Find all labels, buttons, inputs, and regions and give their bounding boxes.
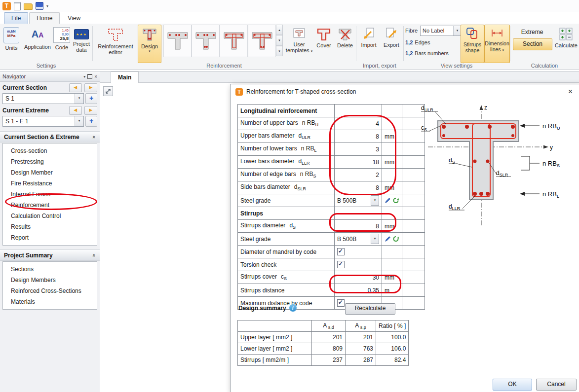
tab-home[interactable]: Home <box>29 12 60 24</box>
gallery-expand-icon[interactable]: ▾ <box>276 46 283 56</box>
torsion-checkbox[interactable] <box>337 261 345 268</box>
section-button[interactable]: Section <box>513 38 552 50</box>
sidebar-item-calculation-control[interactable]: Calculation Control <box>3 211 97 221</box>
cancel-button[interactable]: Cancel <box>536 379 577 391</box>
qat-dropdown-icon[interactable]: ▾ <box>46 4 48 8</box>
next-section-button[interactable]: ▶ <box>84 83 97 92</box>
lower-bars-field[interactable]: 3 <box>335 143 382 156</box>
tab-view[interactable]: View <box>61 13 87 24</box>
template-gallery-item-4[interactable] <box>248 25 276 57</box>
zoom-fit-button[interactable] <box>103 86 113 96</box>
gallery-scroll-down-icon[interactable]: ▾ <box>276 35 283 45</box>
user-templates-button[interactable]: Usertemplates ▾ <box>285 25 313 63</box>
steel-grade-select[interactable]: B 500B ▾ <box>337 194 379 207</box>
reinforcement-editor-button[interactable]: Reinforcementeditor <box>94 25 137 63</box>
application-button[interactable]: AA Application <box>22 25 53 63</box>
edit-steel-icon[interactable] <box>385 236 391 242</box>
units-button[interactable]: m,kN MPa Units <box>1 25 22 63</box>
stirrups-cover-field[interactable]: 30 <box>335 271 382 284</box>
project-data-button[interactable]: ★★★ Projectdata <box>70 25 93 63</box>
template-gallery-item-2[interactable] <box>192 25 220 57</box>
side-diameter-field[interactable]: 8 <box>335 181 382 194</box>
delete-button[interactable]: Delete <box>334 25 356 63</box>
sidebar-item-design-members[interactable]: Design Members <box>3 275 97 285</box>
sidebar-item-materials[interactable]: Materials <box>3 296 97 307</box>
refresh-steel-icon[interactable] <box>392 236 399 242</box>
stirrups-distance-field[interactable]: 0.35 <box>335 284 382 297</box>
ribbon-group-settings: m,kN MPa Units AA Application 1,45 0,90 … <box>0 24 92 69</box>
sidebar-item-reinforced-cross-sections[interactable]: Reinforced Cross-Sections <box>3 285 97 296</box>
new-document-icon[interactable] <box>14 2 21 10</box>
next-extreme-button[interactable]: ▶ <box>84 106 97 115</box>
template-gallery-item-1[interactable] <box>163 25 192 57</box>
dimension-lines-button[interactable]: Dimensionlines ▾ <box>484 25 510 63</box>
stirrups-diameter-field[interactable]: 8 <box>335 220 382 233</box>
sidebar-item-internal-forces[interactable]: Internal Forces <box>3 189 97 200</box>
current-section-select[interactable]: S 1 ▾ <box>2 93 84 104</box>
export-button[interactable]: Export <box>381 25 402 63</box>
info-icon[interactable]: i <box>289 304 297 312</box>
chevron-down-icon[interactable]: ▾ <box>75 94 83 104</box>
current-extreme-label: Current Extreme <box>2 107 49 114</box>
section-extreme-header[interactable]: Current Section & Extreme« <box>0 131 100 143</box>
previous-section-button[interactable]: ◀ <box>69 83 82 92</box>
tab-main[interactable]: Main <box>111 71 139 83</box>
sidebar-item-design-member[interactable]: Design Member <box>3 167 97 178</box>
tab-file[interactable]: File <box>4 12 28 24</box>
ok-button[interactable]: OK <box>493 379 532 391</box>
lower-diameter-field[interactable]: 18 <box>335 156 382 169</box>
template-gallery-item-3[interactable] <box>220 25 248 57</box>
panel-pin-icon[interactable] <box>87 74 92 79</box>
edge-bars-field[interactable]: 2 <box>335 169 382 181</box>
d-slr-label: dSLR <box>496 170 508 178</box>
c-s-label: cS <box>421 124 427 132</box>
chevron-down-icon[interactable]: ▾ <box>371 234 379 244</box>
sidebar-item-prestressing[interactable]: Prestressing <box>3 156 97 167</box>
save-icon[interactable] <box>36 2 43 10</box>
stirrups-shape-button[interactable]: Stirrupsshape <box>461 25 484 63</box>
import-button[interactable]: Import <box>358 25 380 63</box>
collapse-icon[interactable]: « <box>91 253 97 256</box>
recalculate-button[interactable]: Recalculate <box>345 303 395 315</box>
app-logo-icon[interactable]: T <box>2 2 11 10</box>
upper-bars-field[interactable]: 4 <box>335 117 382 130</box>
gallery-scroll-up-icon[interactable]: ▴ <box>276 25 283 35</box>
edit-steel-icon[interactable] <box>385 197 391 204</box>
calculate-button[interactable]: Calculate <box>554 25 578 63</box>
chevron-down-icon[interactable]: ▾ <box>75 116 83 126</box>
bars-12-icon: 1,2 <box>405 50 413 56</box>
project-summary-header[interactable]: Project Summary« <box>0 249 100 261</box>
sidebar-item-results[interactable]: Results <box>3 221 97 232</box>
mandrel-checkbox[interactable] <box>337 248 345 255</box>
panel-dropdown-icon[interactable]: ▾ <box>83 74 85 79</box>
sidebar-item-sections[interactable]: Sections <box>3 264 97 275</box>
sidebar-item-reinforcement[interactable]: Reinforcement <box>3 200 97 211</box>
edges-toggle[interactable]: 1,2 Edges <box>405 37 430 47</box>
add-extreme-button[interactable]: + <box>85 116 97 127</box>
sidebar-item-fire-resistance[interactable]: Fire Resistance <box>3 178 97 189</box>
sidebar-item-report[interactable]: Report <box>3 232 97 243</box>
dialog-titlebar[interactable]: T Reinforcement for T-shaped cross-secti… <box>231 84 579 99</box>
dialog-close-button[interactable]: × <box>566 87 575 96</box>
open-folder-icon[interactable] <box>24 3 33 10</box>
cover-button[interactable]: Cover <box>313 25 334 63</box>
bars-numbers-toggle[interactable]: 1,2 Bars numbers <box>405 48 449 58</box>
previous-extreme-button[interactable]: ◀ <box>69 106 82 115</box>
refresh-steel-icon[interactable] <box>392 197 399 204</box>
sidebar-item-cross-section[interactable]: Cross-section <box>3 145 97 156</box>
design-button[interactable]: Design ▾ <box>138 25 161 63</box>
chevron-down-icon[interactable]: ▾ <box>371 195 379 206</box>
document-tab-strip: Main <box>100 71 579 83</box>
stirrups-steel-grade-select[interactable]: B 500B ▾ <box>337 233 379 245</box>
chevron-down-icon[interactable]: ▾ <box>453 26 461 36</box>
upper-diameter-field[interactable]: 8 <box>335 130 382 143</box>
panel-close-icon[interactable]: × <box>94 74 97 79</box>
add-section-button[interactable]: + <box>85 93 97 104</box>
current-extreme-select[interactable]: S 1 - E 1 ▾ <box>2 116 84 127</box>
d-ulr-label: dULR <box>421 105 433 112</box>
code-button[interactable]: 1,45 0,90 25,8 Code <box>52 25 71 63</box>
collapse-icon[interactable]: « <box>91 135 97 138</box>
fibre-select[interactable]: No Label ▾ <box>420 26 462 36</box>
max-distance-checkbox[interactable] <box>337 299 345 307</box>
ribbon: m,kN MPa Units AA Application 1,45 0,90 … <box>0 24 579 70</box>
